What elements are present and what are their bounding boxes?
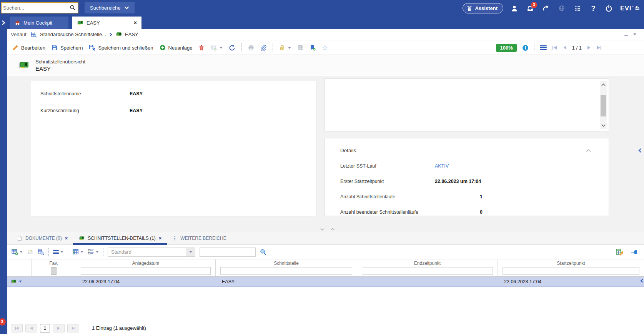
- application-window: Suchbereiche Assistent 3: [0, 0, 644, 334]
- filter-input-startzeitpunkt[interactable]: [503, 267, 639, 275]
- copy-record-button[interactable]: [211, 45, 223, 51]
- first-page-button[interactable]: [11, 324, 23, 332]
- view-layout-button[interactable]: [88, 249, 99, 255]
- transfer-button[interactable]: [27, 249, 33, 255]
- save-and-close-button[interactable]: Speichern und schließen: [89, 45, 153, 51]
- tab-easy[interactable]: EASY ×: [72, 17, 141, 29]
- tab-schnittstellen-details[interactable]: SCHNITTSTELLEN-DETAILS (1) ×: [73, 232, 167, 244]
- pin-panel-button[interactable]: [631, 249, 638, 255]
- collapse-sidebar-icon[interactable]: [638, 148, 642, 153]
- previous-record-icon[interactable]: [563, 45, 567, 50]
- column-endzeitpunkt[interactable]: Endzeitpunkt: [357, 259, 498, 276]
- overview-form-panel: Schnittstellenname EASY Kurzbeschreibung…: [31, 81, 316, 216]
- breadcrumb: Verlauf: Standardsuche Schnittstelle... …: [7, 29, 644, 40]
- apply-filter-button[interactable]: [260, 249, 266, 255]
- view-select-dropdown-icon[interactable]: [186, 248, 195, 256]
- tab-dokumente[interactable]: DOKUMENTE (0) ×: [12, 232, 73, 244]
- splitter-expand-down-icon[interactable]: [320, 228, 324, 231]
- cell-anlagedatum: 22.06.2023 17:04: [76, 279, 216, 284]
- add-bookmark-button[interactable]: [310, 45, 316, 51]
- dropdown-icon[interactable]: [60, 251, 63, 253]
- logout-power-icon[interactable]: [604, 4, 614, 13]
- table-row-selected[interactable]: 22.06.2023 17:04 EASY 22.06.2023 17:04: [7, 277, 644, 287]
- printer-icon: [248, 45, 254, 51]
- info-icon[interactable]: [522, 45, 529, 51]
- row-menu-dropdown-icon[interactable]: [19, 281, 22, 282]
- last-page-button[interactable]: [67, 324, 79, 332]
- column-row-actions: [7, 259, 32, 276]
- globe-icon[interactable]: [557, 4, 566, 13]
- history-dropdown-icon[interactable]: [633, 33, 636, 35]
- search-input[interactable]: [2, 5, 70, 11]
- print-button[interactable]: [248, 45, 254, 51]
- last-record-icon[interactable]: [596, 45, 602, 50]
- save-button[interactable]: Speichern: [52, 45, 83, 51]
- copy-dropdown-icon[interactable]: [220, 47, 223, 49]
- database-icon[interactable]: [573, 4, 582, 13]
- filter-input-schnittstelle[interactable]: [220, 267, 352, 275]
- favorite-filter-toggle[interactable]: [51, 267, 57, 275]
- column-layout-button[interactable]: [72, 249, 83, 255]
- first-record-icon[interactable]: [552, 45, 557, 50]
- new-table-entry-button[interactable]: [12, 249, 23, 255]
- dropdown-icon[interactable]: [96, 251, 99, 253]
- expand-row-panel-icon[interactable]: [640, 279, 643, 283]
- table-settings-button[interactable]: [616, 249, 623, 256]
- view-select[interactable]: Standard: [108, 248, 195, 257]
- close-icon[interactable]: ×: [65, 235, 68, 241]
- close-icon[interactable]: ×: [159, 235, 162, 241]
- last-run-status-link[interactable]: AKTIV: [435, 163, 483, 169]
- search-icon[interactable]: [70, 5, 76, 11]
- dropdown-icon[interactable]: [20, 251, 23, 253]
- tab-mein-cockpit[interactable]: Mein Cockpit: [10, 17, 68, 29]
- scroll-down-icon[interactable]: [600, 122, 607, 129]
- next-page-button[interactable]: [53, 324, 65, 332]
- user-icon[interactable]: [510, 4, 519, 13]
- zoom-level-badge[interactable]: 100%: [496, 44, 516, 52]
- delete-button[interactable]: [198, 45, 205, 51]
- sidebar-expand-icon[interactable]: [0, 17, 10, 29]
- refresh-icon: [229, 45, 235, 51]
- lock-dropdown-icon[interactable]: [288, 47, 291, 49]
- column-fav[interactable]: Fav.: [32, 259, 76, 276]
- help-icon[interactable]: ?: [589, 4, 598, 13]
- column-anlagedatum[interactable]: Anlagedatum: [76, 259, 216, 276]
- collapse-panel-icon[interactable]: [586, 149, 591, 152]
- assistant-button[interactable]: Assistent: [463, 3, 503, 13]
- scrollbar[interactable]: [600, 81, 607, 129]
- cell-startzeitpunkt: 22.06.2023 17:04: [498, 279, 644, 284]
- scrollbar-thumb[interactable]: [601, 95, 606, 116]
- next-record-icon[interactable]: [587, 45, 591, 50]
- column-schnittstelle[interactable]: Schnittstelle: [216, 259, 357, 276]
- create-new-button[interactable]: Neuanlage: [160, 45, 193, 51]
- favorite-star-button[interactable]: ☆: [322, 44, 328, 52]
- server-stack-icon: [297, 45, 303, 51]
- protocol-button[interactable]: [297, 45, 303, 51]
- attachments-button[interactable]: [260, 45, 266, 51]
- splitter-controls: [320, 228, 335, 231]
- current-page-box[interactable]: 1: [40, 324, 50, 332]
- filter-input-endzeitpunkt[interactable]: [362, 267, 493, 275]
- quick-filter-input[interactable]: [200, 248, 256, 257]
- scroll-up-icon[interactable]: [600, 81, 607, 88]
- splitter-expand-up-icon[interactable]: [331, 228, 335, 231]
- row-menu-button[interactable]: [53, 250, 63, 254]
- row-actions-cell[interactable]: [7, 279, 32, 284]
- filter-input-anlagedatum[interactable]: [81, 267, 211, 275]
- search-scope-button[interactable]: Suchbereiche: [85, 2, 135, 13]
- breadcrumb-item-search[interactable]: Standardsuche Schnittstelle...: [40, 32, 106, 37]
- inbox-icon[interactable]: 3: [526, 4, 535, 13]
- search-in-table-button[interactable]: [38, 249, 44, 255]
- redo-icon[interactable]: [541, 4, 551, 13]
- refresh-button[interactable]: [229, 45, 235, 51]
- menu-icon[interactable]: [540, 45, 547, 50]
- lock-button[interactable]: [279, 45, 291, 51]
- previous-page-button[interactable]: [25, 324, 37, 332]
- column-startzeitpunkt[interactable]: Startzeitpunkt: [498, 259, 644, 276]
- close-icon[interactable]: ×: [134, 20, 137, 25]
- edit-button[interactable]: Bearbeiten: [12, 45, 45, 51]
- dropdown-icon[interactable]: [80, 251, 83, 253]
- history-back-icon[interactable]: ←: [623, 32, 629, 38]
- breadcrumb-item-easy[interactable]: EASY: [125, 32, 138, 37]
- tab-weitere-bereiche[interactable]: ⋮ WEITERE BEREICHE: [167, 232, 231, 244]
